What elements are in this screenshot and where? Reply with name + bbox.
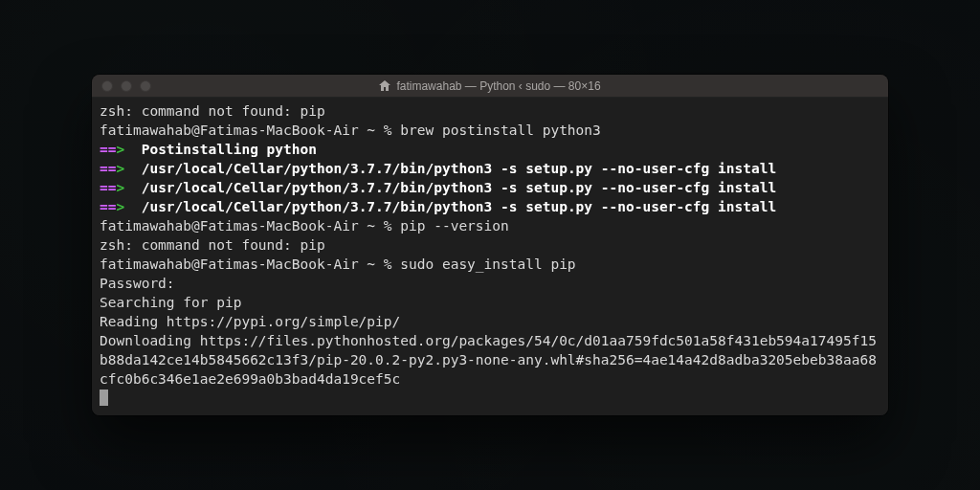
- terminal-line: Searching for pip: [100, 293, 880, 312]
- terminal-text: zsh: command not found: pip: [100, 237, 325, 253]
- terminal-text: [124, 199, 141, 214]
- terminal-text: >: [116, 199, 124, 214]
- terminal-text: Postinstalling python: [142, 142, 317, 157]
- titlebar[interactable]: fatimawahab — Python ‹ sudo — 80×16: [92, 75, 888, 98]
- window-title-text: fatimawahab — Python ‹ sudo — 80×16: [396, 79, 600, 93]
- terminal-text: [124, 142, 141, 157]
- home-icon: [379, 80, 390, 91]
- terminal-text: fatimawahab@Fatimas-MacBook-Air ~ % sudo…: [100, 256, 576, 272]
- terminal-cursor-line: [100, 389, 880, 408]
- terminal-line: ==> /usr/local/Cellar/python/3.7.7/bin/p…: [100, 159, 880, 178]
- terminal-text: ==: [100, 199, 116, 214]
- terminal-text: [124, 180, 141, 195]
- terminal-text: /usr/local/Cellar/python/3.7.7/bin/pytho…: [142, 161, 776, 176]
- terminal-line: Downloading https://files.pythonhosted.o…: [100, 331, 880, 389]
- terminal-line: zsh: command not found: pip: [100, 235, 880, 255]
- terminal-text: >: [116, 142, 124, 157]
- terminal-text: [124, 161, 141, 176]
- terminal-line: fatimawahab@Fatimas-MacBook-Air ~ % pip …: [100, 216, 880, 235]
- terminal-line: zsh: command not found: pip: [100, 101, 880, 121]
- zoom-icon[interactable]: [140, 80, 151, 92]
- terminal-text: ==: [100, 142, 116, 157]
- terminal-window: fatimawahab — Python ‹ sudo — 80×16 zsh:…: [92, 75, 888, 415]
- terminal-line: fatimawahab@Fatimas-MacBook-Air ~ % sudo…: [100, 255, 880, 274]
- terminal-text: fatimawahab@Fatimas-MacBook-Air ~ % brew…: [100, 122, 601, 138]
- terminal-text: Password:: [100, 276, 175, 291]
- terminal-text: fatimawahab@Fatimas-MacBook-Air ~ % pip …: [100, 218, 509, 234]
- terminal-text: Downloading https://files.pythonhosted.o…: [100, 333, 877, 387]
- terminal-content[interactable]: zsh: command not found: pipfatimawahab@F…: [92, 98, 888, 415]
- terminal-line: ==> /usr/local/Cellar/python/3.7.7/bin/p…: [100, 178, 880, 197]
- traffic-lights: [101, 80, 151, 92]
- window-title: fatimawahab — Python ‹ sudo — 80×16: [101, 79, 879, 93]
- minimize-icon[interactable]: [121, 80, 132, 92]
- close-icon[interactable]: [101, 80, 113, 92]
- terminal-line: fatimawahab@Fatimas-MacBook-Air ~ % brew…: [100, 121, 880, 140]
- terminal-text: Reading https://pypi.org/simple/pip/: [100, 314, 400, 329]
- terminal-text: ==: [100, 161, 116, 176]
- terminal-line: Reading https://pypi.org/simple/pip/: [100, 312, 880, 331]
- terminal-text: /usr/local/Cellar/python/3.7.7/bin/pytho…: [142, 180, 776, 195]
- cursor-icon: [100, 390, 108, 406]
- terminal-text: >: [116, 161, 124, 176]
- terminal-line: Password:: [100, 274, 880, 293]
- terminal-line: ==> /usr/local/Cellar/python/3.7.7/bin/p…: [100, 197, 880, 216]
- terminal-line: ==> Postinstalling python: [100, 140, 880, 159]
- terminal-text: Searching for pip: [100, 295, 241, 310]
- terminal-text: /usr/local/Cellar/python/3.7.7/bin/pytho…: [142, 199, 776, 214]
- terminal-text: ==: [100, 180, 116, 195]
- terminal-text: >: [116, 180, 124, 195]
- terminal-text: zsh: command not found: pip: [100, 103, 325, 119]
